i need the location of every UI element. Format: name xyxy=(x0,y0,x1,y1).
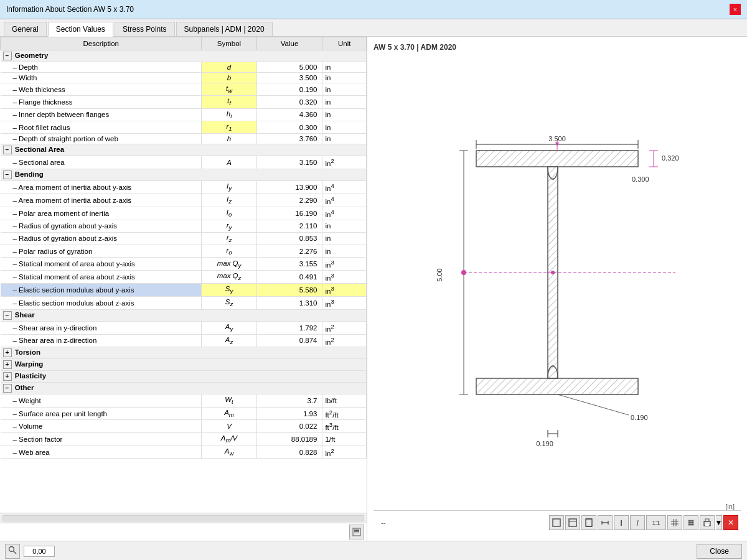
cell-value: 0.874 xyxy=(256,334,322,347)
section-header-torsion[interactable]: + Torsion xyxy=(1,347,367,359)
table-row[interactable]: – Widthb3.500in xyxy=(1,73,367,83)
section-header-sectional-area[interactable]: − Sectional Area xyxy=(1,144,367,156)
table-row[interactable]: – Web areaAw0.828in2 xyxy=(1,446,367,459)
cell-unit: in2 xyxy=(322,156,367,169)
svg-point-54 xyxy=(692,524,694,526)
table-row[interactable]: – Surface area per unit lengthAm1.93ft2/… xyxy=(1,407,367,420)
svg-text:0.320: 0.320 xyxy=(662,154,679,162)
coordinate-display: 0,00 xyxy=(24,546,55,557)
cell-unit: ft2/ft xyxy=(322,407,367,420)
cell-symbol: V xyxy=(202,420,256,433)
tool-box-btn[interactable] xyxy=(565,515,580,530)
svg-rect-10 xyxy=(476,378,638,394)
cell-symbol: ry xyxy=(202,220,256,232)
cell-symbol: Iy xyxy=(202,181,256,194)
table-row[interactable]: – Shear area in y-directionAy1.792in2 xyxy=(1,321,367,334)
tool-text2-btn[interactable]: I xyxy=(630,515,645,530)
cell-symbol: Wt xyxy=(202,394,256,407)
section-header-shear[interactable]: − Shear xyxy=(1,309,367,321)
cell-description: – Depth of straight portion of web xyxy=(1,134,202,144)
tab-section-values[interactable]: Section Values xyxy=(48,22,113,37)
cell-symbol: Aw xyxy=(202,446,256,459)
tool-dots-btn[interactable] xyxy=(684,515,698,530)
table-row[interactable]: – Inner depth between flangeshi4.360in xyxy=(1,108,367,121)
section-svg: 3.500 xyxy=(408,104,707,465)
table-row[interactable]: – Radius of gyration about y-axisry2.110… xyxy=(1,220,367,232)
table-row[interactable]: – VolumeV0.022ft3/ft xyxy=(1,420,367,433)
expand-icon-sectional-area[interactable]: − xyxy=(3,146,12,154)
tool-close-btn[interactable]: ✕ xyxy=(723,515,738,530)
cell-symbol: rz xyxy=(202,232,256,245)
table-row[interactable]: – Depth of straight portion of webh3.760… xyxy=(1,134,367,144)
col-header-description: Description xyxy=(1,37,202,50)
expand-icon-bending[interactable]: − xyxy=(3,170,12,179)
tool-grid-btn[interactable] xyxy=(667,515,682,530)
table-row[interactable]: – Polar area moment of inertiaIo16.190in… xyxy=(1,207,367,220)
cell-description: – Web thickness xyxy=(1,83,202,96)
cell-symbol: d xyxy=(202,62,256,73)
table-row[interactable]: – Depthd5.000in xyxy=(1,62,367,73)
tool-section-btn[interactable] xyxy=(581,515,596,530)
cell-value: 0.828 xyxy=(256,446,322,459)
horizontal-scrollbar[interactable] xyxy=(0,513,367,523)
tool-text1-btn[interactable]: I xyxy=(614,515,629,530)
table-row[interactable]: – Root fillet radiusr10.300in xyxy=(1,121,367,133)
tool-select-btn[interactable] xyxy=(549,515,564,530)
tool-dim-btn[interactable] xyxy=(598,515,613,530)
svg-point-48 xyxy=(692,520,694,522)
close-dialog-button[interactable]: Close xyxy=(697,544,742,559)
expand-icon-geometry[interactable]: − xyxy=(3,52,12,60)
table-row[interactable]: – Elastic section modulus about z-axisSz… xyxy=(1,296,367,309)
cell-symbol: max Qz xyxy=(202,271,256,284)
expand-icon-shear[interactable]: − xyxy=(3,311,12,320)
tool-print-btn[interactable] xyxy=(700,515,715,530)
expand-icon-warping[interactable]: + xyxy=(3,360,12,369)
cell-value: 3.155 xyxy=(256,258,322,271)
window-close-button[interactable]: × xyxy=(730,4,741,15)
scrollbar-track[interactable] xyxy=(2,515,364,521)
expand-icon-other[interactable]: − xyxy=(3,384,12,393)
table-row[interactable]: – Section factorAm/V88.01891/ft xyxy=(1,433,367,446)
cell-unit: in2 xyxy=(322,334,367,347)
table-row[interactable]: – Area moment of inertia about y-axisIy1… xyxy=(1,181,367,194)
table-row[interactable]: – Sectional areaA3.150in2 xyxy=(1,156,367,169)
cell-symbol: Am xyxy=(202,407,256,420)
cell-symbol: Am/V xyxy=(202,433,256,446)
section-header-geometry[interactable]: − Geometry xyxy=(1,50,367,62)
svg-point-49 xyxy=(688,522,690,524)
svg-text:0.300: 0.300 xyxy=(632,175,649,183)
expand-icon-plasticity[interactable]: + xyxy=(3,372,12,381)
table-row[interactable]: – Elastic section modulus about y-axisSy… xyxy=(1,284,367,297)
tab-subpanels[interactable]: Subpanels | ADM | 2020 xyxy=(176,22,273,36)
table-row[interactable]: – Statical moment of area about y-axisma… xyxy=(1,258,367,271)
tab-stress-points[interactable]: Stress Points xyxy=(115,22,175,36)
cell-description: – Shear area in y-direction xyxy=(1,321,202,334)
cell-symbol: ro xyxy=(202,245,256,258)
svg-line-32 xyxy=(558,394,629,415)
table-scroll[interactable]: Description Symbol Value Unit − Geometry… xyxy=(0,37,367,513)
tool-print-arrow-btn[interactable]: ▼ xyxy=(716,515,722,530)
cell-description: – Sectional area xyxy=(1,156,202,169)
table-row[interactable]: – WeightWt3.7lb/ft xyxy=(1,394,367,407)
table-row[interactable]: – Statical moment of area about z-axisma… xyxy=(1,271,367,284)
tool-scale-btn[interactable]: 1:1 xyxy=(646,515,666,530)
table-row[interactable]: – Area moment of inertia about z-axisIz2… xyxy=(1,194,367,207)
cell-value: 3.760 xyxy=(256,134,322,144)
tab-general[interactable]: General xyxy=(4,22,47,36)
cell-description: – Flange thickness xyxy=(1,96,202,108)
expand-icon-torsion[interactable]: + xyxy=(3,348,12,357)
drawing-area: 3.500 xyxy=(374,58,741,510)
table-row[interactable]: – Web thicknesstw0.190in xyxy=(1,83,367,96)
section-header-other[interactable]: − Other xyxy=(1,383,367,394)
export-button[interactable] xyxy=(349,525,364,539)
section-header-bending[interactable]: − Bending xyxy=(1,169,367,181)
table-row[interactable]: – Shear area in z-directionAz0.874in2 xyxy=(1,334,367,347)
main-content: Description Symbol Value Unit − Geometry… xyxy=(0,37,747,541)
table-row[interactable]: – Flange thicknesstf0.320in xyxy=(1,96,367,108)
section-header-plasticity[interactable]: + Plasticity xyxy=(1,371,367,383)
search-button[interactable] xyxy=(5,544,20,559)
table-row[interactable]: – Radius of gyration about z-axisrz0.853… xyxy=(1,232,367,245)
table-row[interactable]: – Polar radius of gyrationro2.276in xyxy=(1,245,367,258)
section-header-warping[interactable]: + Warping xyxy=(1,359,367,371)
cell-description: – Radius of gyration about z-axis xyxy=(1,232,202,245)
